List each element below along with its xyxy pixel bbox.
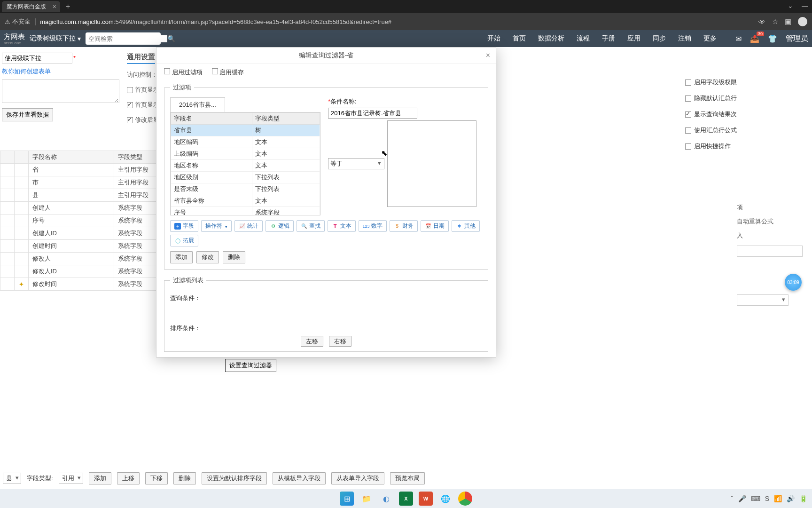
browser2-icon[interactable]: 🌐	[438, 492, 453, 506]
wps-icon[interactable]: W	[419, 492, 433, 506]
move-down-button[interactable]: 下移	[145, 472, 168, 484]
tb-num[interactable]: 123数字	[359, 220, 387, 232]
excel-icon[interactable]: X	[399, 492, 413, 506]
admin-label[interactable]: 管理员	[786, 34, 808, 44]
keyboard-icon[interactable]: ⌨	[751, 495, 760, 502]
new-tab-button[interactable]: +	[66, 2, 70, 11]
preview-layout-button[interactable]: 预览布局	[390, 472, 425, 484]
enable-filter-checkbox[interactable]: 启用过滤项	[164, 68, 203, 77]
import-tpl-button[interactable]: 从模板导入字段	[273, 472, 326, 484]
chk-quick-op[interactable]	[685, 143, 691, 150]
tb-find[interactable]: 🔍查找	[297, 220, 325, 232]
search-icon[interactable]: 🔍	[167, 35, 175, 42]
field-row[interactable]: 地区名称文本	[171, 160, 320, 172]
field-row[interactable]: 地区级别下拉列表	[171, 172, 320, 183]
far-right-combo[interactable]	[737, 294, 789, 306]
nav-sync[interactable]: 同步	[653, 34, 666, 43]
inbox-icon[interactable]: 📥39	[750, 34, 759, 43]
set-default-sort-button[interactable]: 设置为默认排序字段	[202, 472, 267, 484]
field-row[interactable]: 地区编码文本	[171, 136, 320, 148]
field-row[interactable]: 上级编码文本	[171, 148, 320, 160]
space-search[interactable]: 🔍	[86, 32, 161, 45]
field-list-table[interactable]: 字段名字段类型 省市县树地区编码文本上级编码文本地区名称文本地区级别下拉列表是否…	[170, 112, 320, 215]
nav-more[interactable]: 更多	[703, 34, 717, 43]
chrome-icon[interactable]	[458, 492, 472, 506]
avatar-icon[interactable]	[798, 17, 807, 26]
nav-manual[interactable]: 手册	[602, 34, 615, 43]
mail-icon[interactable]: ✉	[735, 34, 742, 43]
shirt-icon[interactable]: 👕	[768, 34, 777, 43]
nav-data[interactable]: 数据分析	[538, 34, 564, 43]
tb-text[interactable]: T文本	[328, 220, 356, 232]
browser-tab[interactable]: 魔方网表白金版 ×	[2, 1, 60, 12]
cond-modify-button[interactable]: 修改	[196, 251, 219, 263]
url-display[interactable]: magicflu.com.magicflu.com:54999/magicflu…	[40, 18, 391, 25]
tb-stat[interactable]: 📈统计	[234, 220, 263, 232]
nav-home[interactable]: 首页	[513, 34, 526, 43]
nav-flow[interactable]: 流程	[577, 34, 590, 43]
checkbox-home1[interactable]	[127, 87, 133, 93]
field-name-combo[interactable]: 县	[3, 473, 21, 484]
nav-app[interactable]: 应用	[627, 34, 640, 43]
cond-add-button[interactable]: 添加	[170, 251, 193, 263]
system-tray[interactable]: ˄ 🎤 ⌨ S 📶 🔊 🔋	[730, 495, 807, 502]
chk-show-query[interactable]	[685, 111, 691, 118]
add-field-button[interactable]: 添加	[89, 472, 111, 484]
move-left-button[interactable]: 左移	[301, 336, 323, 347]
field-type-combo[interactable]: 引用	[59, 473, 83, 484]
tb-logic[interactable]: ⚙逻辑	[265, 220, 294, 232]
close-icon[interactable]: ×	[486, 51, 490, 60]
nav-logout[interactable]: 注销	[678, 34, 691, 43]
recording-timer[interactable]: 03:09	[785, 274, 802, 291]
tb-other[interactable]: ❖其他	[452, 220, 480, 232]
operator-select[interactable]: 等于	[328, 158, 384, 169]
tray-chevron-icon[interactable]: ˄	[730, 495, 734, 502]
chevron-down-icon[interactable]: ⌄	[788, 2, 793, 9]
volume-icon[interactable]: 🔊	[787, 495, 795, 502]
start-button[interactable]: ⊞	[340, 492, 354, 506]
checkbox-home2[interactable]	[127, 102, 133, 108]
breadcrumb[interactable]: 记录树级联下拉 ▾	[30, 34, 81, 43]
help-link[interactable]: 教你如何创建表单	[2, 67, 124, 76]
tb-fin[interactable]: $财务	[390, 220, 418, 232]
save-view-button[interactable]: 保存并查看数据	[2, 108, 53, 121]
cond-delete-button[interactable]: 删除	[223, 251, 245, 263]
delete-field-button[interactable]: 删除	[173, 472, 196, 484]
explorer-icon[interactable]: 📁	[359, 492, 374, 506]
edge-icon[interactable]: ◐	[379, 492, 393, 506]
app-logo[interactable]: 方网表 nf999.com	[4, 32, 25, 45]
wifi-icon[interactable]: 📶	[774, 495, 782, 502]
search-input[interactable]	[88, 35, 167, 42]
tb-operator[interactable]: 操作符	[201, 220, 232, 232]
chk-hide-sum[interactable]	[685, 95, 691, 102]
set-query-filter-button[interactable]: 设置查询过滤器	[225, 359, 276, 372]
checkbox-modify[interactable]	[127, 117, 133, 123]
move-right-button[interactable]: 右移	[329, 336, 351, 347]
cond-name-input[interactable]	[328, 108, 417, 119]
star-icon[interactable]: ☆	[772, 17, 778, 26]
import-form-button[interactable]: 从表单导入字段	[331, 472, 384, 484]
battery-icon[interactable]: 🔋	[799, 495, 807, 502]
eye-off-icon[interactable]: 👁	[758, 18, 765, 26]
cond-value-box[interactable]	[387, 120, 476, 207]
insecure-badge[interactable]: ⚠ 不安全	[5, 17, 31, 26]
enable-cache-checkbox[interactable]: 启用缓存	[212, 68, 244, 77]
chk-sum-formula[interactable]	[685, 127, 691, 134]
table-tab[interactable]: 2016省市县...	[170, 97, 225, 112]
tb-field[interactable]: ＋字段	[170, 220, 198, 232]
mic-icon[interactable]: 🎤	[738, 495, 746, 502]
form-desc-textarea[interactable]	[2, 79, 119, 103]
input-method-icon[interactable]: S	[765, 495, 769, 502]
tb-date[interactable]: 📅日期	[421, 220, 449, 232]
field-row[interactable]: 序号系统字段	[171, 207, 320, 216]
move-up-button[interactable]: 上移	[117, 472, 140, 484]
field-row[interactable]: 是否末级下拉列表	[171, 183, 320, 195]
close-tab-icon[interactable]: ×	[53, 3, 56, 10]
minimize-icon[interactable]: —	[802, 2, 808, 9]
extensions-icon[interactable]: ▣	[785, 17, 791, 26]
nav-start[interactable]: 开始	[487, 34, 500, 43]
field-row[interactable]: 省市县树	[171, 125, 320, 136]
tb-ext[interactable]: ◯拓展	[170, 235, 198, 246]
form-name-input[interactable]	[2, 53, 72, 64]
field-row[interactable]: 省市县全称文本	[171, 195, 320, 207]
